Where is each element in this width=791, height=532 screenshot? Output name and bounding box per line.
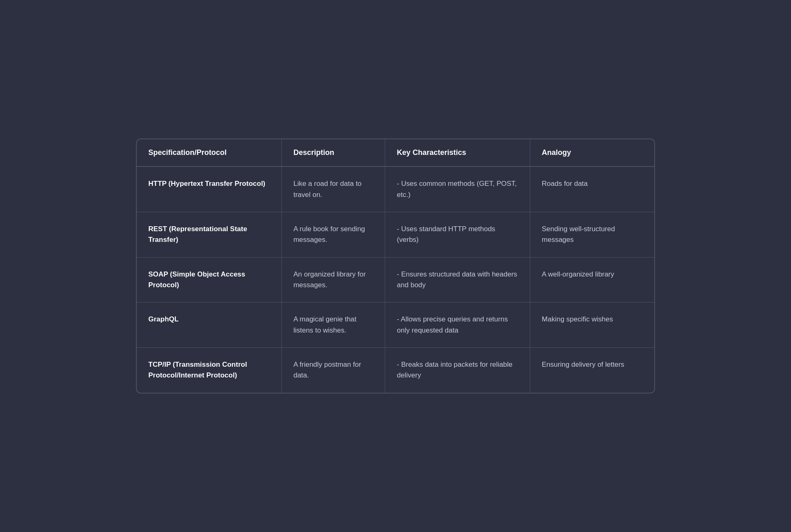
cell-key_characteristics-1: - Uses standard HTTP methods (verbs) bbox=[385, 212, 530, 257]
header-description: Description bbox=[282, 139, 385, 166]
table-row: TCP/IP (Transmission Control Protocol/In… bbox=[137, 348, 654, 393]
cell-key_characteristics-0: - Uses common methods (GET, POST, etc.) bbox=[385, 166, 530, 212]
header-analogy: Analogy bbox=[530, 139, 654, 166]
cell-analogy-4: Ensuring delivery of letters bbox=[530, 348, 654, 393]
table-header-row: Specification/Protocol Description Key C… bbox=[137, 139, 654, 166]
table-row: GraphQLA magical genie that listens to w… bbox=[137, 302, 654, 348]
cell-description-3: A magical genie that listens to wishes. bbox=[282, 302, 385, 348]
cell-key_characteristics-3: - Allows precise queries and returns onl… bbox=[385, 302, 530, 348]
table-row: HTTP (Hypertext Transfer Protocol)Like a… bbox=[137, 166, 654, 212]
cell-specification-3: GraphQL bbox=[137, 302, 282, 348]
cell-analogy-2: A well-organized library bbox=[530, 257, 654, 302]
cell-analogy-1: Sending well-structured messages bbox=[530, 212, 654, 257]
cell-analogy-3: Making specific wishes bbox=[530, 302, 654, 348]
cell-specification-0: HTTP (Hypertext Transfer Protocol) bbox=[137, 166, 282, 212]
protocol-table: Specification/Protocol Description Key C… bbox=[137, 139, 654, 392]
cell-specification-2: SOAP (Simple Object Access Protocol) bbox=[137, 257, 282, 302]
cell-description-0: Like a road for data to travel on. bbox=[282, 166, 385, 212]
table-row: SOAP (Simple Object Access Protocol)An o… bbox=[137, 257, 654, 302]
cell-description-4: A friendly postman for data. bbox=[282, 348, 385, 393]
table-row: REST (Representational State Transfer)A … bbox=[137, 212, 654, 257]
table-body: HTTP (Hypertext Transfer Protocol)Like a… bbox=[137, 166, 654, 392]
cell-key_characteristics-2: - Ensures structured data with headers a… bbox=[385, 257, 530, 302]
cell-specification-1: REST (Representational State Transfer) bbox=[137, 212, 282, 257]
protocol-table-container: Specification/Protocol Description Key C… bbox=[136, 138, 655, 393]
cell-description-2: An organized library for messages. bbox=[282, 257, 385, 302]
header-key-characteristics: Key Characteristics bbox=[385, 139, 530, 166]
cell-specification-4: TCP/IP (Transmission Control Protocol/In… bbox=[137, 348, 282, 393]
cell-analogy-0: Roads for data bbox=[530, 166, 654, 212]
header-specification: Specification/Protocol bbox=[137, 139, 282, 166]
cell-description-1: A rule book for sending messages. bbox=[282, 212, 385, 257]
cell-key_characteristics-4: - Breaks data into packets for reliable … bbox=[385, 348, 530, 393]
